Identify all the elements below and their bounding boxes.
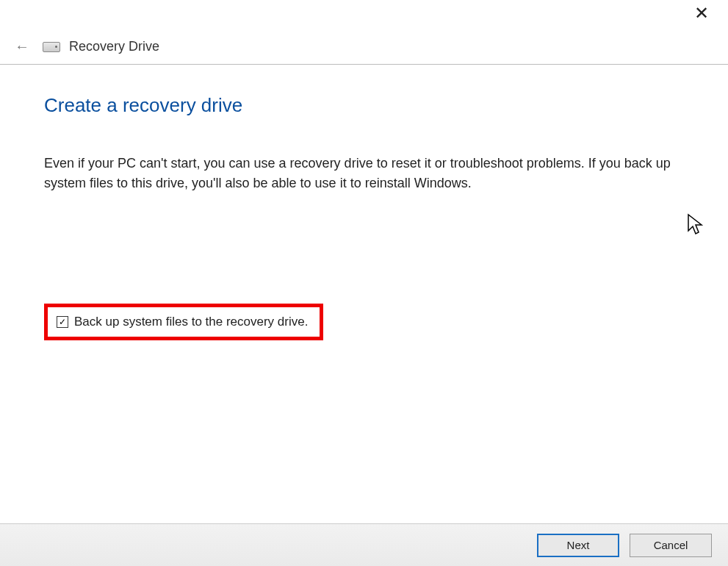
back-arrow-icon[interactable]: ← (9, 35, 35, 58)
drive-icon (43, 42, 60, 52)
wizard-footer: Next Cancel (0, 523, 728, 566)
backup-checkbox-label: Back up system files to the recovery dri… (74, 315, 308, 329)
cancel-button[interactable]: Cancel (630, 534, 712, 557)
wizard-title: Recovery Drive (69, 39, 159, 54)
backup-checkbox[interactable]: ✓ (57, 316, 68, 328)
content-area: Create a recovery drive Even if your PC … (0, 65, 728, 340)
wizard-header: ← Recovery Drive (0, 29, 728, 65)
description-text: Even if your PC can't start, you can use… (44, 154, 683, 193)
backup-checkbox-highlight: ✓ Back up system files to the recovery d… (44, 304, 323, 340)
title-bar: ✕ (0, 0, 728, 29)
close-icon[interactable]: ✕ (688, 4, 715, 22)
next-button[interactable]: Next (537, 534, 619, 557)
page-heading: Create a recovery drive (44, 94, 687, 117)
